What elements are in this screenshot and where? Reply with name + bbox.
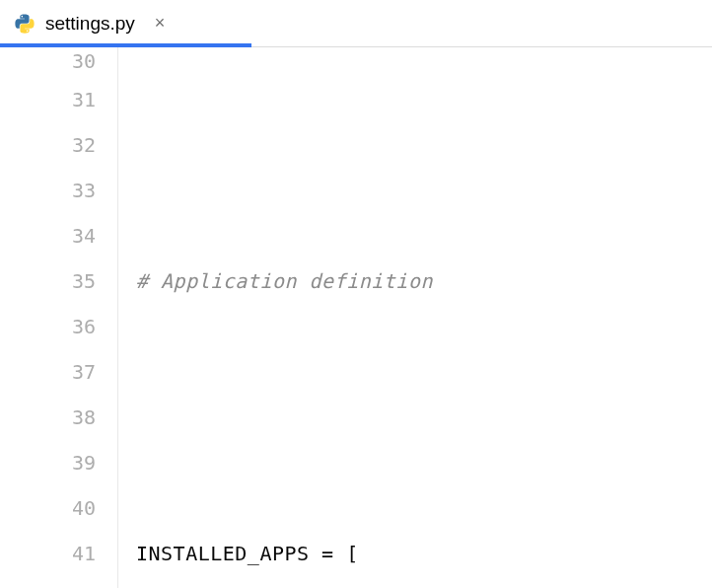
line-number: 34 [0, 213, 96, 258]
code-declaration: INSTALLED_APPS = [ [136, 542, 359, 565]
python-icon [14, 13, 36, 35]
comment-text: # Application definition [136, 269, 433, 293]
line-number: 37 [0, 349, 96, 395]
tab-active-underline [0, 43, 251, 47]
line-number: 35 [0, 258, 96, 304]
code-line [136, 395, 712, 440]
code-editor[interactable]: 30 31 32 33 34 35 36 37 38 39 40 41 # Ap… [0, 47, 712, 588]
code-line: INSTALLED_APPS = [ [136, 531, 712, 576]
line-number: 32 [0, 122, 96, 168]
tab-bar: settings.py × [0, 0, 712, 47]
line-number: 38 [0, 395, 96, 440]
code-line [136, 138, 712, 168]
line-number: 31 [0, 77, 96, 122]
tab-label: settings.py [45, 13, 135, 35]
close-icon[interactable]: × [155, 13, 166, 34]
line-number: 36 [0, 304, 96, 349]
line-number: 40 [0, 485, 96, 531]
tab-settings-py[interactable]: settings.py × [0, 0, 178, 46]
code-line: # Application definition [136, 258, 712, 304]
line-number: 41 [0, 531, 96, 576]
line-number: 30 [0, 47, 96, 77]
line-number: 39 [0, 440, 96, 485]
code-content[interactable]: # Application definition INSTALLED_APPS … [118, 47, 712, 588]
line-number-gutter: 30 31 32 33 34 35 36 37 38 39 40 41 [0, 47, 118, 588]
line-number: 33 [0, 168, 96, 213]
